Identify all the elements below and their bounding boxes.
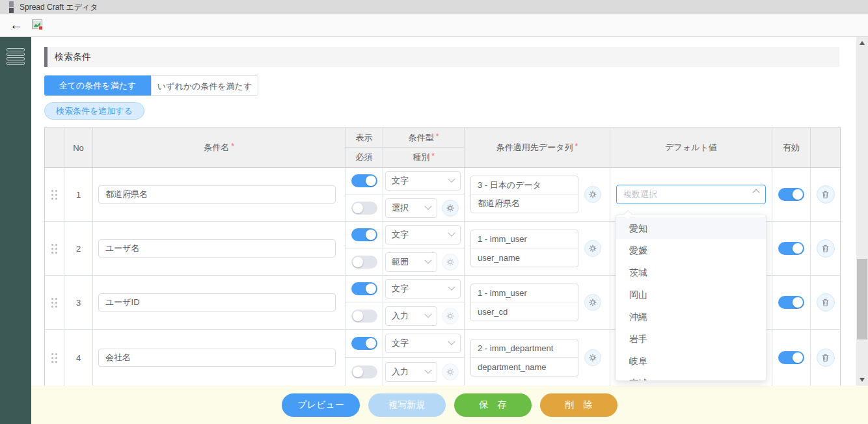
target-column-value[interactable]: 都道府県名 <box>471 194 578 213</box>
target-column-value[interactable]: user_cd <box>471 302 578 321</box>
spreadsheet-icon[interactable] <box>32 20 44 31</box>
enabled-toggle[interactable] <box>778 242 804 255</box>
col-condition-type: 条件型* <box>383 128 465 148</box>
kind-select[interactable]: 範囲 <box>385 252 437 272</box>
enabled-cell <box>772 168 811 221</box>
target-column-box[interactable]: 1 - imm_user user_cd <box>470 284 578 321</box>
condition-name-input[interactable] <box>98 185 336 204</box>
condition-name-input[interactable] <box>98 293 336 311</box>
show-toggle[interactable] <box>351 282 377 295</box>
drag-handle-icon[interactable] <box>51 190 57 200</box>
drag-handle-icon[interactable] <box>51 298 57 308</box>
gear-icon <box>446 311 455 321</box>
target-table-value[interactable]: 2 - imm_department <box>471 339 578 358</box>
condition-name-input[interactable] <box>98 349 336 367</box>
footer-action-button[interactable]: 保 存 <box>454 393 532 417</box>
condition-type-select[interactable]: 文字 <box>385 279 461 298</box>
target-column-box[interactable]: 3 - 日本のデータ 都道府県名 <box>470 176 578 213</box>
kind-select[interactable]: 選択 <box>385 198 437 218</box>
delete-row-button[interactable] <box>817 185 835 204</box>
col-required: 必須 <box>346 148 383 167</box>
target-settings-button[interactable] <box>584 294 601 311</box>
vertical-scrollbar <box>856 37 868 386</box>
kind-select[interactable]: 入力 <box>385 362 437 382</box>
condition-name-input[interactable] <box>98 239 336 258</box>
required-toggle[interactable] <box>351 256 377 269</box>
show-toggle[interactable] <box>351 228 377 241</box>
tab-match-all[interactable]: 全ての条件を満たす <box>44 75 151 96</box>
enabled-toggle[interactable] <box>778 188 804 201</box>
required-toggle[interactable] <box>351 365 377 378</box>
trash-icon <box>821 298 830 307</box>
scroll-up-arrow[interactable] <box>860 41 865 45</box>
required-mark: * <box>231 142 234 151</box>
dropdown-option[interactable]: 茨城 <box>616 261 766 284</box>
section-accent-bar <box>44 47 47 67</box>
condition-type-select[interactable]: 文字 <box>385 334 461 353</box>
drag-handle-icon[interactable] <box>51 244 57 254</box>
show-toggle[interactable] <box>351 337 377 350</box>
actions-cell <box>811 276 840 329</box>
scrollbar-thumb[interactable] <box>857 259 867 339</box>
required-toggle[interactable] <box>351 202 377 215</box>
kind-select[interactable]: 入力 <box>385 306 437 326</box>
tab-match-any[interactable]: いずれかの条件を満たす <box>151 75 258 96</box>
kind-settings-button[interactable] <box>442 308 459 325</box>
kind-settings-button[interactable] <box>442 254 459 271</box>
type-kind-cell: 文字 範囲 <box>383 222 465 275</box>
dropdown-option[interactable]: 沖縄 <box>616 306 766 328</box>
target-column-box[interactable]: 1 - imm_user user_name <box>470 230 578 267</box>
trash-icon <box>821 353 830 362</box>
action-footer: プレビュー 複写新規 保 存 削 除 <box>31 386 868 424</box>
condition-name-cell <box>93 276 346 329</box>
drag-handle-icon[interactable] <box>51 353 57 363</box>
dropdown-option[interactable]: 岡山 <box>616 284 766 306</box>
delete-row-button[interactable] <box>817 349 835 367</box>
delete-row-button[interactable] <box>817 293 835 311</box>
condition-type-select[interactable]: 文字 <box>385 225 461 245</box>
drag-cell <box>45 330 64 386</box>
dropdown-option[interactable]: 愛媛 <box>616 239 766 261</box>
target-column-box[interactable]: 2 - imm_department department_name <box>470 339 578 377</box>
enabled-toggle[interactable] <box>778 296 804 309</box>
required-toggle[interactable] <box>351 310 377 323</box>
kind-settings-button[interactable] <box>442 364 459 380</box>
match-mode-tabs: 全ての条件を満たす いずれかの条件を満たす <box>44 75 258 96</box>
left-sidebar <box>0 37 31 424</box>
footer-action-button[interactable]: 複写新規 <box>368 393 446 417</box>
condition-name-cell <box>93 168 346 221</box>
show-required-cell <box>346 222 383 275</box>
dropdown-option[interactable]: 愛知 <box>616 217 766 239</box>
footer-action-button[interactable]: 削 除 <box>540 393 617 417</box>
default-value-dropdown: 愛知 愛媛 茨城 岡山 沖縄 岩手 岐阜 宮城 <box>616 215 766 381</box>
show-toggle[interactable] <box>351 174 377 187</box>
target-table-value[interactable]: 1 - imm_user <box>471 284 578 302</box>
target-column-value[interactable]: department_name <box>471 358 578 376</box>
target-settings-button[interactable] <box>584 186 601 203</box>
default-value-multiselect[interactable]: 複数選択 <box>616 185 766 204</box>
footer-action-button[interactable]: プレビュー <box>282 393 359 417</box>
target-column-cell: 3 - 日本のデータ 都道府県名 <box>465 168 610 221</box>
scroll-down-arrow[interactable] <box>860 378 865 382</box>
target-settings-button[interactable] <box>584 240 601 257</box>
target-table-value[interactable]: 1 - imm_user <box>471 230 578 248</box>
chevron-down-icon <box>448 284 455 291</box>
delete-row-button[interactable] <box>817 239 835 258</box>
target-column-value[interactable]: user_name <box>471 248 578 267</box>
condition-type-select[interactable]: 文字 <box>385 171 461 191</box>
enabled-toggle[interactable] <box>778 351 804 364</box>
dropdown-option[interactable]: 宮城 <box>616 372 766 381</box>
dropdown-option[interactable]: 岩手 <box>616 328 766 350</box>
browser-toolbar: ← <box>0 14 868 37</box>
target-settings-button[interactable] <box>584 349 601 366</box>
dropdown-option[interactable]: 岐阜 <box>616 350 766 372</box>
menu-icon[interactable] <box>7 48 25 66</box>
col-enabled: 有効 <box>772 128 811 167</box>
target-table-value[interactable]: 3 - 日本のデータ <box>471 176 578 194</box>
kind-settings-button[interactable] <box>442 200 459 217</box>
gear-icon <box>446 367 455 377</box>
gear-icon <box>446 258 455 267</box>
add-condition-button[interactable]: 検索条件を追加する <box>44 102 144 120</box>
chevron-up-icon <box>752 189 759 196</box>
back-button[interactable]: ← <box>7 14 26 36</box>
